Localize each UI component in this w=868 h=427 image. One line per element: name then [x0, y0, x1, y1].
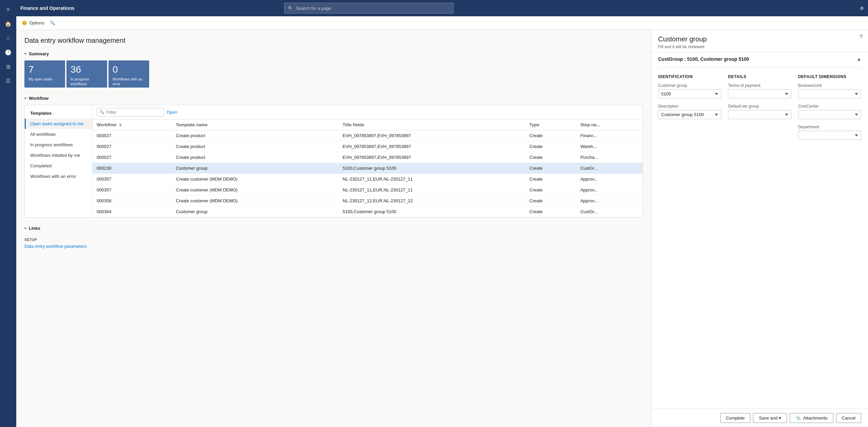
col-type[interactable]: Type — [525, 119, 576, 130]
links-header[interactable]: ▾ Links — [24, 226, 643, 231]
identification-section: IDENTIFICATION Customer group 5100 Descr… — [658, 74, 721, 145]
smiley-icon: 😊 — [22, 20, 27, 25]
error-workflows-card[interactable]: 0 Workflows with an error — [108, 60, 149, 88]
nav-completed[interactable]: Completed — [25, 161, 92, 171]
workflow-section: ▾ Workflow Templates Open tasks assigned… — [24, 96, 643, 218]
nav-initiated-by-me[interactable]: Workflows initiated by me — [25, 150, 92, 161]
setup-label: SETUP — [24, 238, 643, 242]
search-box[interactable]: 🔍 — [284, 3, 454, 14]
cost-center-select[interactable] — [798, 110, 861, 119]
sort-workflow-icon: ⇅ — [119, 123, 122, 127]
search-icon: 🔍 — [288, 6, 293, 11]
customer-group-label: Customer group — [658, 83, 721, 88]
filter-input[interactable] — [106, 110, 161, 115]
setup-link[interactable]: Data entry workflow parameters — [24, 244, 87, 249]
nav-all-workflows[interactable]: All workflows — [25, 129, 92, 140]
table-row[interactable]: 000357Create customer (MDM DEMO)NL-23012… — [93, 185, 643, 196]
help-icon[interactable]: ? — [860, 34, 863, 40]
workflow-chevron-icon: ▾ — [24, 96, 26, 100]
top-right-options[interactable]: ⚙ — [860, 6, 864, 11]
search-input[interactable] — [296, 6, 450, 11]
workflow-panel: Templates Open tasks assigned to me All … — [24, 105, 643, 218]
workflow-header[interactable]: ▾ Workflow — [24, 96, 643, 101]
table-row[interactable]: 000358Create customer (MDM DEMO)NL-23012… — [93, 196, 643, 206]
col-step[interactable]: Step na... — [576, 119, 643, 130]
home-icon[interactable]: 🏠 — [1, 17, 15, 31]
nav-in-progress[interactable]: In progress workflows — [25, 140, 92, 150]
right-panel-header: Customer group Fill and it will be revie… — [651, 30, 868, 52]
table-row[interactable]: 000357Create customer (MDM DEMO)NL-23012… — [93, 174, 643, 185]
open-tasks-card[interactable]: 7 My open tasks — [24, 60, 65, 88]
customer-group-field: Customer group 5100 — [658, 83, 721, 98]
right-panel-title: Customer group — [658, 35, 861, 43]
recent-icon[interactable]: 🕐 — [1, 45, 15, 59]
right-panel-subtitle: Fill and it will be reviewed — [658, 44, 861, 49]
workflow-toolbar: 🔍 Open — [93, 105, 643, 119]
right-panel: ? Customer group Fill and it will be rev… — [651, 30, 868, 427]
workflow-inner: Templates Open tasks assigned to me All … — [25, 105, 643, 217]
content-area: Data entry workflow management ▾ Summary… — [16, 30, 868, 427]
complete-button[interactable]: Complete — [720, 413, 751, 423]
workflow-main: 🔍 Open Workflow — [93, 105, 643, 217]
default-tax-select[interactable] — [728, 110, 791, 119]
options-button[interactable]: 😊 Options — [22, 20, 44, 25]
workflow-table: Workflow ⇅ Template name Title fields — [93, 119, 643, 217]
department-select[interactable] — [798, 131, 861, 140]
secondary-search-icon[interactable]: 🔍 — [50, 20, 55, 25]
business-unit-select[interactable] — [798, 89, 861, 98]
filter-input-box[interactable]: 🔍 — [97, 108, 164, 116]
main-wrapper: Finance and Operations 🔍 ⚙ 😊 Options 🔍 D… — [16, 0, 868, 427]
description-field: Description Customer group 5100 — [658, 104, 721, 119]
table-row[interactable]: 000230Customer group5100,Customer group … — [93, 163, 643, 174]
cancel-button[interactable]: Cancel — [836, 413, 861, 423]
table-row[interactable]: 000027Create productEVH_097853897,EVH_09… — [93, 152, 643, 163]
open-link[interactable]: Open — [166, 110, 177, 115]
top-bar: Finance and Operations 🔍 ⚙ — [16, 0, 868, 16]
form-grid: IDENTIFICATION Customer group 5100 Descr… — [658, 74, 861, 145]
record-title: CustGroup : 5100, Customer group 5100 — [658, 56, 749, 62]
table-row[interactable]: 000027Create productEVH_097853897,EVH_09… — [93, 141, 643, 152]
summary-header[interactable]: ▾ Summary — [24, 51, 643, 56]
table-row[interactable]: 000027Create productEVH_097853897,EVH_09… — [93, 130, 643, 141]
links-chevron-icon: ▾ — [24, 226, 26, 230]
col-title[interactable]: Title fields — [339, 119, 526, 130]
default-tax-field: Default tax group — [728, 104, 791, 119]
customer-group-select[interactable]: 5100 — [658, 89, 721, 98]
collapse-record-button[interactable]: ▲ — [856, 56, 861, 62]
page-title: Data entry workflow management — [24, 37, 643, 44]
modules-icon[interactable]: ☰ — [1, 74, 15, 88]
description-select[interactable]: Customer group 5100 — [658, 110, 721, 119]
save-and-button[interactable]: Save and ▾ — [753, 413, 787, 423]
col-template[interactable]: Template name — [172, 119, 339, 130]
nav-with-error[interactable]: Workflows with an error — [25, 171, 92, 182]
col-workflow[interactable]: Workflow ⇅ — [93, 119, 172, 130]
details-section: DETAILS Terms of payment Default tax gro… — [728, 74, 791, 145]
favorites-icon[interactable]: ☆ — [1, 31, 15, 45]
attachments-button[interactable]: 📎 Attachments — [790, 413, 833, 423]
links-content: SETUP Data entry workflow parameters — [24, 235, 643, 252]
summary-chevron-icon: ▾ — [24, 52, 26, 56]
default-tax-label: Default tax group — [728, 104, 791, 109]
right-panel-footer: Complete Save and ▾ 📎 Attachments Cancel — [651, 409, 868, 427]
business-unit-field: BusinessUnit — [798, 83, 861, 98]
department-label: Department — [798, 125, 861, 129]
table-header-row: Workflow ⇅ Template name Title fields — [93, 119, 643, 130]
summary-section: ▾ Summary 7 My open tasks 36 In progress… — [24, 51, 643, 88]
nav-open-tasks[interactable]: Open tasks assigned to me — [25, 118, 92, 129]
identification-title: IDENTIFICATION — [658, 74, 721, 79]
app-title: Finance and Operations — [20, 5, 74, 11]
terms-payment-select[interactable] — [728, 89, 791, 98]
workflow-table-body: 000027Create productEVH_097853897,EVH_09… — [93, 130, 643, 217]
in-progress-card[interactable]: 36 In progress workflows — [66, 60, 107, 88]
hamburger-menu-icon[interactable]: ≡ — [1, 3, 15, 16]
record-header: CustGroup : 5100, Customer group 5100 ▲ — [658, 52, 861, 68]
cost-center-field: CostCenter — [798, 104, 861, 119]
description-label: Description — [658, 104, 721, 109]
table-row[interactable]: 000364Customer group5100,Customer group … — [93, 206, 643, 217]
workspaces-icon[interactable]: ⊞ — [1, 60, 15, 73]
workflow-sidebar: Templates Open tasks assigned to me All … — [25, 105, 93, 217]
summary-cards: 7 My open tasks 36 In progress workflows… — [24, 60, 643, 88]
save-dropdown-icon: ▾ — [779, 415, 781, 421]
cost-center-label: CostCenter — [798, 104, 861, 109]
business-unit-label: BusinessUnit — [798, 83, 861, 88]
